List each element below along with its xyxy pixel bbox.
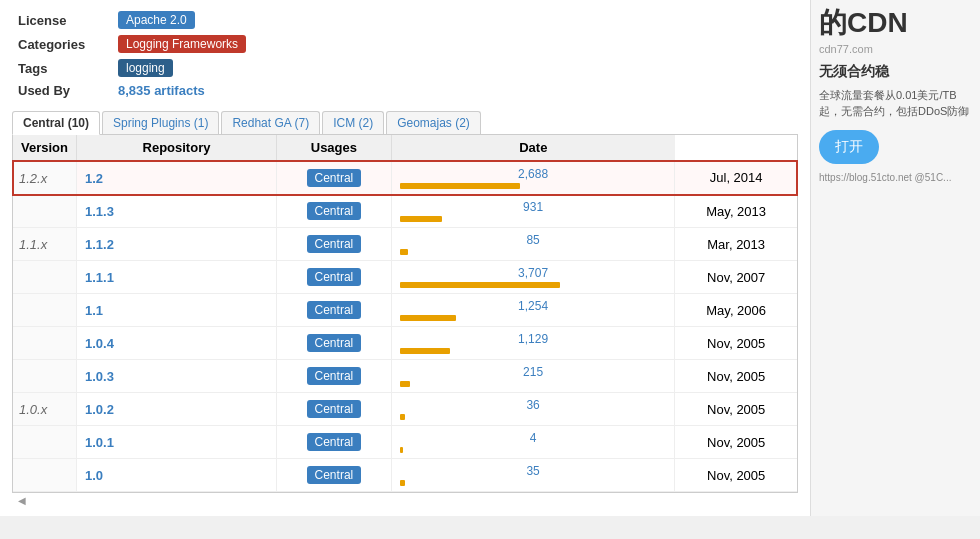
usedby-label: Used By: [12, 80, 112, 101]
date-cell: Nov, 2005: [675, 459, 797, 492]
tags-value: logging: [112, 56, 798, 80]
sidebar-footer: https://blog.51cto.net @51C...: [819, 172, 972, 183]
repo-badge: Central: [307, 400, 362, 418]
version-group-label: [13, 426, 76, 459]
versions-table: Version Repository Usages Date 1.2.x1.2C…: [13, 135, 797, 492]
meta-row-usedby: Used By 8,835 artifacts: [12, 80, 798, 101]
repo-badge: Central: [307, 202, 362, 220]
usage-bar: [400, 315, 456, 321]
repo-cell: Central: [276, 426, 391, 459]
repo-cell: Central: [276, 393, 391, 426]
repository-tabs: Central (10)Spring Plugins (1)Redhat GA …: [12, 111, 798, 135]
version-link[interactable]: 1.0.2: [85, 402, 114, 417]
usage-bar: [400, 381, 410, 387]
tab-1[interactable]: Spring Plugins (1): [102, 111, 219, 134]
date-cell: Nov, 2005: [675, 360, 797, 393]
repo-cell: Central: [276, 228, 391, 261]
usages-cell: 215: [391, 360, 675, 393]
sidebar-subtitle: 无须合约稳: [819, 63, 972, 81]
version-link[interactable]: 1.0.3: [85, 369, 114, 384]
col-header-date: Date: [391, 135, 675, 161]
usages-cell: 85: [391, 228, 675, 261]
license-value: Apache 2.0: [112, 8, 798, 32]
version-link[interactable]: 1.1.2: [85, 237, 114, 252]
version-link[interactable]: 1.0.4: [85, 336, 114, 351]
version-link[interactable]: 1.1: [85, 303, 103, 318]
version-link[interactable]: 1.1.3: [85, 204, 114, 219]
usage-bar: [400, 480, 405, 486]
version-group-label: 1.0.x: [13, 393, 76, 426]
usages-cell: 1,129: [391, 327, 675, 360]
usage-number: 1,254: [400, 299, 667, 313]
meta-row-tags: Tags logging: [12, 56, 798, 80]
repo-badge: Central: [307, 235, 362, 253]
date-cell: Jul, 2014: [675, 161, 797, 195]
usage-number: 35: [400, 464, 667, 478]
table-row: 1.0.1Central4Nov, 2005: [13, 426, 797, 459]
license-label: License: [12, 8, 112, 32]
meta-row-categories: Categories Logging Frameworks: [12, 32, 798, 56]
tab-0[interactable]: Central (10): [12, 111, 100, 135]
repo-cell: Central: [276, 161, 391, 195]
usage-bar: [400, 447, 403, 453]
repo-cell: Central: [276, 360, 391, 393]
repo-badge: Central: [307, 169, 362, 187]
version-link-cell: 1.1: [76, 294, 276, 327]
version-group-label: [13, 261, 76, 294]
usage-number: 215: [400, 365, 667, 379]
version-link-cell: 1.1.1: [76, 261, 276, 294]
table-row: 1.1Central1,254May, 2006: [13, 294, 797, 327]
version-link-cell: 1.0.1: [76, 426, 276, 459]
version-group-label: [13, 294, 76, 327]
table-row: 1.0.3Central215Nov, 2005: [13, 360, 797, 393]
repo-badge: Central: [307, 334, 362, 352]
date-cell: Nov, 2005: [675, 426, 797, 459]
repo-badge: Central: [307, 433, 362, 451]
repo-badge: Central: [307, 301, 362, 319]
date-cell: Mar, 2013: [675, 228, 797, 261]
date-cell: Nov, 2005: [675, 327, 797, 360]
usages-cell: 3,707: [391, 261, 675, 294]
version-link-cell: 1.2: [76, 161, 276, 195]
table-row: 1.2.x1.2Central2,688Jul, 2014: [13, 161, 797, 195]
version-link[interactable]: 1.2: [85, 171, 103, 186]
sidebar-title: 的CDN: [819, 8, 972, 39]
date-cell: May, 2006: [675, 294, 797, 327]
table-row: 1.0Central35Nov, 2005: [13, 459, 797, 492]
sidebar-description: 全球流量套餐从0.01美元/TB起，无需合约，包括DDoS防御: [819, 87, 972, 120]
version-link[interactable]: 1.0: [85, 468, 103, 483]
usage-bar: [400, 348, 450, 354]
date-cell: Nov, 2005: [675, 393, 797, 426]
version-group-label: [13, 327, 76, 360]
repo-badge: Central: [307, 268, 362, 286]
version-link[interactable]: 1.1.1: [85, 270, 114, 285]
meta-table: License Apache 2.0 Categories Logging Fr…: [12, 8, 798, 101]
repo-cell: Central: [276, 459, 391, 492]
tab-2[interactable]: Redhat GA (7): [221, 111, 320, 134]
sidebar-open-button[interactable]: 打开: [819, 130, 879, 164]
usage-number: 931: [400, 200, 667, 214]
version-link-cell: 1.1.3: [76, 195, 276, 228]
table-row: 1.1.3Central931May, 2013: [13, 195, 797, 228]
scroll-hint: ◀: [12, 493, 798, 508]
usages-cell: 1,254: [391, 294, 675, 327]
usage-bar: [400, 282, 560, 288]
usedby-value: 8,835 artifacts: [112, 80, 798, 101]
usages-cell: 35: [391, 459, 675, 492]
tags-badge: logging: [118, 59, 173, 77]
version-group-label: [13, 360, 76, 393]
usage-bar: [400, 183, 520, 189]
usages-cell: 2,688: [391, 161, 675, 195]
version-group-label: 1.1.x: [13, 228, 76, 261]
usedby-link[interactable]: 8,835 artifacts: [118, 83, 205, 98]
table-row: 1.0.x1.0.2Central36Nov, 2005: [13, 393, 797, 426]
usages-cell: 931: [391, 195, 675, 228]
tab-3[interactable]: ICM (2): [322, 111, 384, 134]
repo-cell: Central: [276, 294, 391, 327]
usage-number: 3,707: [400, 266, 667, 280]
tab-4[interactable]: Geomajas (2): [386, 111, 481, 134]
version-link-cell: 1.0.4: [76, 327, 276, 360]
date-cell: May, 2013: [675, 195, 797, 228]
version-group-label: 1.2.x: [13, 161, 76, 195]
version-link[interactable]: 1.0.1: [85, 435, 114, 450]
